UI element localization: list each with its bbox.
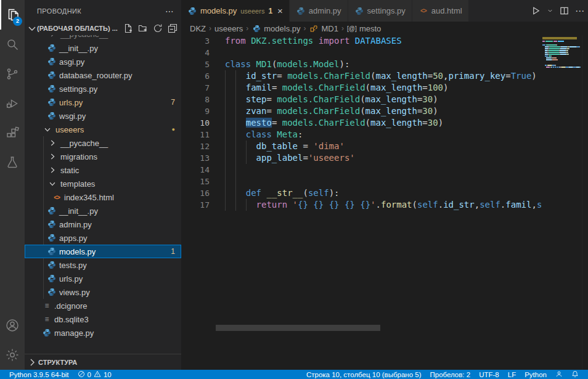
code-editor[interactable]: 3from DKZ.settings import DATABASES45cla… — [181, 35, 541, 370]
activitybar-settings-icon[interactable] — [0, 340, 25, 370]
tree-item-settings.py[interactable]: settings.py — [25, 82, 181, 96]
breadcrumb-mesto[interactable]: [@]mesto — [347, 23, 381, 33]
class-symbol-icon — [309, 23, 319, 33]
tree-item-views.py[interactable]: views.py — [25, 285, 181, 299]
tree-item-models.py[interactable]: models.py1 — [25, 245, 181, 258]
breadcrumb-useeers[interactable]: useeers — [214, 24, 243, 33]
horizontal-scrollbar[interactable] — [216, 325, 380, 331]
new-file-icon[interactable] — [123, 23, 133, 33]
explorer-more-actions-icon[interactable]: ⋯ — [165, 6, 174, 16]
tree-item-__init__.py[interactable]: __init__.py — [25, 41, 181, 55]
close-icon[interactable]: × — [277, 6, 283, 15]
run-icon[interactable] — [531, 6, 541, 15]
status-python-interpreter[interactable]: Python 3.9.5 64-bit — [5, 370, 73, 379]
code-line-4[interactable]: 4 — [181, 47, 541, 59]
line-text: famil= models.CharField(max_length=100) — [225, 83, 449, 92]
activitybar-search-icon[interactable] — [0, 30, 25, 59]
explorer-sidebar: ПРОВОДНИК ⋯ (РАБОЧАЯ ОБЛАСТЬ) ... __pyca… — [25, 0, 181, 370]
editor-region: models.pyuseeers1×admin.pysettings.py<>a… — [181, 0, 588, 370]
code-line-8[interactable]: 8 step= models.CharField(max_length=30) — [181, 94, 541, 105]
tree-item-urls.py[interactable]: urls.py — [25, 272, 181, 285]
code-line-13[interactable]: 13 app_label='useeers' — [181, 152, 541, 164]
tree-item-tests.py[interactable]: tests.py — [25, 258, 181, 272]
status-language-mode[interactable]: Python — [520, 370, 551, 379]
tree-item-label: templates — [60, 179, 95, 189]
status-notifications[interactable] — [567, 370, 583, 379]
line-number: 7 — [181, 82, 210, 94]
status-problems[interactable]: 010 — [73, 370, 116, 379]
vertical-scrollbar[interactable] — [582, 35, 588, 370]
editor-actions: ⋯ — [531, 0, 584, 22]
breadcrumb-label: mesto — [359, 24, 381, 33]
tree-item-wsgi.py[interactable]: wsgi.py — [25, 109, 181, 123]
breadcrumb-models.py[interactable]: models.py — [251, 23, 300, 33]
tree-item-label: asgi.py — [59, 57, 84, 67]
tree-item-apps.py[interactable]: apps.py — [25, 231, 181, 245]
tree-item-admin.py[interactable]: admin.py — [25, 218, 181, 231]
more-actions-icon[interactable]: ⋯ — [575, 6, 584, 17]
status-cursor-position[interactable]: Строка 10, столбец 10 (выбрано 5) — [302, 370, 426, 379]
tree-item-.dcignore[interactable]: ≡.dcignore — [25, 299, 181, 312]
tree-item-static[interactable]: static — [25, 163, 181, 177]
collapse-all-icon[interactable] — [168, 23, 178, 33]
tree-item-__pycache__[interactable]: __pycache__ — [25, 136, 181, 150]
breadcrumb-DKZ[interactable]: DKZ — [190, 24, 206, 33]
code-line-17[interactable]: 17 return '{} {} {} {} {}'.format(self.i… — [181, 199, 541, 211]
code-line-11[interactable]: 11 class Meta: — [181, 129, 541, 141]
tree-item-urls.py[interactable]: urls.py7 — [25, 96, 181, 109]
tab-settings.py[interactable]: settings.py — [348, 0, 412, 22]
code-line-16[interactable]: 16 def __str__(self): — [181, 187, 541, 199]
indent-guide — [225, 176, 226, 187]
tree-item-database_roouter.py[interactable]: database_roouter.py — [25, 68, 181, 82]
run-dropdown-icon[interactable] — [547, 7, 553, 14]
code-line-15[interactable]: 15 — [181, 176, 541, 187]
tab-admin.py[interactable]: admin.py — [290, 0, 348, 22]
activitybar-account-icon[interactable] — [0, 311, 25, 340]
status-indentation[interactable]: Пробелов: 2 — [426, 370, 475, 379]
tab-models.py[interactable]: models.pyuseeers1× — [181, 0, 290, 22]
activitybar-testing-icon[interactable] — [0, 148, 25, 177]
code-line-12[interactable]: 12 db_table = 'dima' — [181, 141, 541, 152]
tree-item-label: urls.py — [59, 98, 83, 107]
split-editor-icon[interactable] — [560, 6, 569, 15]
tree-item-db.sqlite3[interactable]: ≡db.sqlite3 — [25, 312, 181, 326]
bell-icon — [571, 370, 579, 379]
tab-label: settings.py — [367, 6, 406, 15]
activitybar-extensions-icon[interactable] — [0, 118, 25, 148]
breadcrumb-MD1[interactable]: MD1 — [309, 23, 338, 33]
indent-guide — [235, 129, 236, 141]
status-feedback[interactable] — [551, 370, 567, 379]
code-line-3[interactable]: 3from DKZ.settings import DATABASES — [181, 35, 541, 47]
tree-item-asgi.py[interactable]: asgi.py — [25, 55, 181, 68]
tree-item-manage.py[interactable]: manage.py — [25, 326, 181, 340]
python-file-icon — [47, 206, 57, 216]
code-line-9[interactable]: 9 zvan= models.CharField(max_length=30) — [181, 105, 541, 117]
tree-item-__init__.py[interactable]: __init__.py — [25, 204, 181, 218]
python-file-icon — [47, 84, 57, 94]
status-encoding[interactable]: UTF-8 — [475, 370, 504, 379]
activitybar-explorer-icon[interactable]: 2 — [0, 0, 25, 30]
code-line-7[interactable]: 7 famil= models.CharField(max_length=100… — [181, 82, 541, 94]
tree-item-label: useeers — [55, 125, 84, 134]
code-line-14[interactable]: 14 — [181, 164, 541, 176]
tree-item-templates[interactable]: templates — [25, 177, 181, 190]
code-line-6[interactable]: 6 id_str= models.CharField(max_length=50… — [181, 70, 541, 82]
workspace-section-header[interactable]: (РАБОЧАЯ ОБЛАСТЬ) ... — [25, 22, 181, 35]
activitybar-source-control-icon[interactable] — [0, 59, 25, 89]
new-folder-icon[interactable] — [138, 23, 148, 33]
indent-guide — [235, 176, 236, 187]
code-line-10[interactable]: 10 mesto= models.CharField(max_length=30… — [181, 117, 541, 129]
tree-item-__pycache__[interactable]: __pycache__ — [25, 35, 181, 41]
activitybar-run-debug-icon[interactable] — [0, 89, 25, 118]
tree-item-index345.html[interactable]: <>index345.html — [25, 190, 181, 204]
tree-item-label: apps.py — [59, 234, 88, 243]
minimap[interactable] — [541, 35, 582, 370]
code-line-5[interactable]: 5class MD1(models.Model): — [181, 59, 541, 70]
python-file-icon — [47, 97, 57, 107]
outline-section-header[interactable]: СТРУКТУРА — [25, 354, 181, 370]
tab-aud.html[interactable]: <>aud.html — [412, 0, 469, 22]
tree-item-useeers[interactable]: useeers● — [25, 123, 181, 136]
status-eol[interactable]: LF — [504, 370, 520, 379]
tree-item-migrations[interactable]: migrations — [25, 150, 181, 163]
refresh-icon[interactable] — [153, 23, 163, 33]
